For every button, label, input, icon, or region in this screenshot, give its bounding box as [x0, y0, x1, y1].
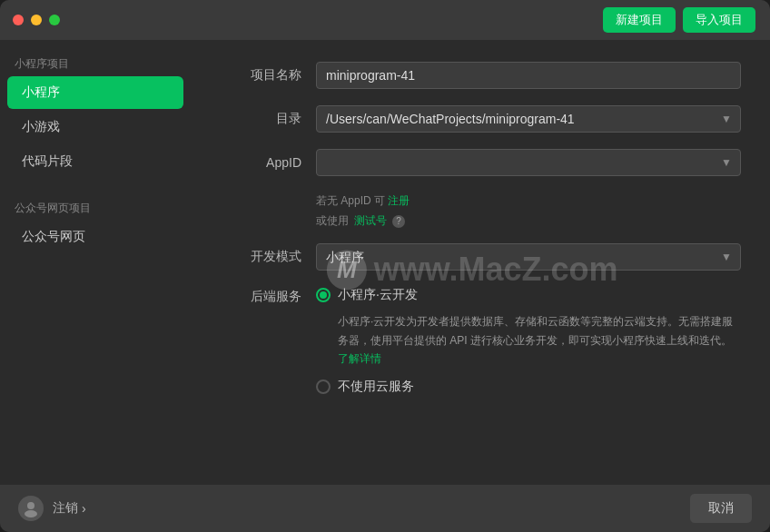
sidebar-item-snippet[interactable]: 代码片段	[7, 145, 183, 178]
sidebar-item-miniprogram[interactable]: 小程序	[7, 76, 183, 109]
cloud-dev-option[interactable]: 小程序·云开发	[316, 287, 741, 303]
test-account-link[interactable]: 测试号	[354, 213, 387, 229]
appid-hint1: 若无 AppID 可 注册	[220, 192, 741, 210]
confirm-button[interactable]: 取消	[690, 494, 752, 523]
dev-mode-select[interactable]: 小程序 插件	[316, 243, 741, 271]
no-cloud-radio[interactable]	[316, 379, 331, 394]
appid-select-wrapper: ▼	[316, 149, 741, 176]
appid-label: AppID	[220, 155, 301, 170]
help-icon[interactable]: ?	[392, 215, 405, 228]
sidebar-section-miniprogram: 小程序项目	[0, 49, 191, 75]
no-cloud-option[interactable]: 不使用云服务	[316, 379, 741, 395]
project-name-row: 项目名称	[220, 62, 741, 89]
sidebar-item-minigame[interactable]: 小游戏	[7, 111, 183, 143]
appid-input[interactable]	[316, 149, 741, 176]
dev-mode-label: 开发模式	[220, 249, 301, 265]
dev-mode-select-wrapper: 小程序 插件 ▼	[316, 243, 741, 271]
project-name-label: 项目名称	[220, 67, 301, 84]
svg-point-0	[27, 502, 35, 509]
backend-options: 小程序·云开发 小程序·云开发为开发者提供数据库、存储和云函数等完整的云端支持。…	[316, 287, 741, 404]
avatar	[18, 496, 44, 521]
appid-hint2: 或使用 测试号 ?	[220, 213, 741, 229]
dev-mode-row: 开发模式 小程序 插件 ▼	[220, 243, 741, 271]
no-cloud-label: 不使用云服务	[338, 379, 414, 395]
titlebar: 新建项目 导入项目	[0, 0, 770, 40]
backend-service-section: 后端服务 小程序·云开发 小程序·云开发为开发者提供数据库、存储和云函数等完整的…	[220, 287, 741, 404]
appid-row: AppID ▼	[220, 149, 741, 176]
project-name-input[interactable]	[316, 62, 741, 89]
titlebar-buttons: 新建项目 导入项目	[603, 7, 755, 33]
sidebar-section-mp: 公众号网页项目	[0, 193, 191, 220]
cloud-dev-radio[interactable]	[316, 288, 331, 302]
maximize-button[interactable]	[49, 15, 60, 25]
sidebar-item-mp-webpage[interactable]: 公众号网页	[7, 221, 183, 253]
cloud-dev-label: 小程序·云开发	[338, 287, 418, 303]
close-button[interactable]	[13, 15, 24, 25]
directory-label: 目录	[220, 111, 301, 127]
appid-hint2-text: 或使用	[316, 213, 349, 229]
cloud-dev-description: 小程序·云开发为开发者提供数据库、存储和云函数等完整的云端支持。无需搭建服务器，…	[338, 312, 741, 368]
cancel-button[interactable]: 注销 ›	[53, 500, 86, 517]
svg-point-1	[25, 510, 37, 517]
content-area: 项目名称 目录 ▼ AppID ▼ 若无 Ap	[191, 40, 770, 485]
traffic-lights	[13, 15, 60, 25]
directory-select-wrapper: ▼	[316, 105, 741, 133]
register-link[interactable]: 注册	[388, 194, 410, 207]
minimize-button[interactable]	[31, 15, 42, 25]
new-project-button[interactable]: 新建项目	[603, 7, 676, 33]
main-layout: 小程序项目 小程序 小游戏 代码片段 公众号网页项目 公众号网页 项目名称 目录…	[0, 40, 770, 485]
cancel-arrow-icon: ›	[82, 501, 86, 516]
import-project-button[interactable]: 导入项目	[683, 7, 755, 33]
learn-more-link[interactable]: 了解详情	[338, 352, 381, 365]
directory-input[interactable]	[316, 105, 741, 133]
cancel-label: 注销	[53, 500, 78, 517]
sidebar: 小程序项目 小程序 小游戏 代码片段 公众号网页项目 公众号网页	[0, 40, 191, 485]
backend-label: 后端服务	[220, 287, 301, 404]
directory-row: 目录 ▼	[220, 105, 741, 133]
footer: 注销 › 取消	[0, 485, 770, 532]
footer-left: 注销 ›	[18, 496, 86, 521]
